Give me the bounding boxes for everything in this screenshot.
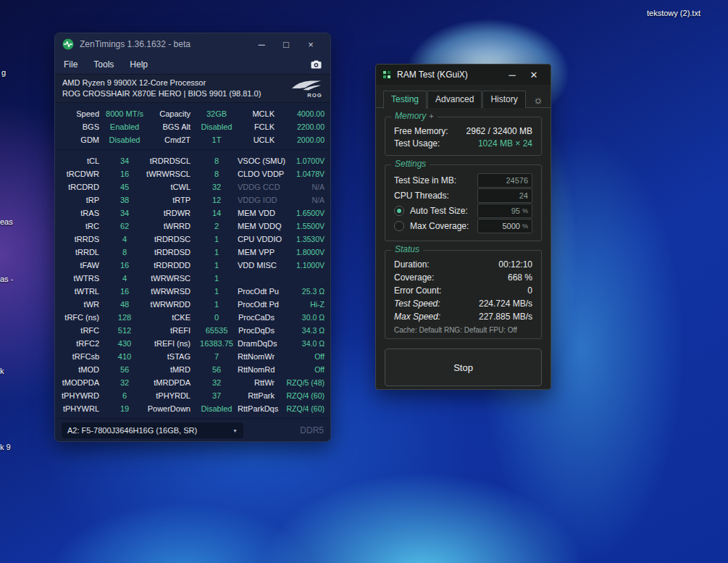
timing-value: 0	[196, 311, 238, 324]
zentimings-minimize-button[interactable]: ─	[249, 35, 274, 54]
timing-label: tMRDPDA	[145, 376, 196, 389]
timing-value: 25.3 Ω	[280, 285, 325, 298]
zentimings-titlebar[interactable]: ZenTimings 1.36.1632 - beta ─ □ ×	[55, 33, 330, 55]
info-value: 32GB	[196, 107, 238, 120]
tab-testing[interactable]: Testing	[383, 91, 427, 109]
timing-label: tRDWR	[145, 207, 196, 220]
ramtest-window-title: RAM Test (KGuiX)	[397, 70, 501, 80]
timing-value: 14	[196, 207, 238, 220]
max-coverage-label: Max Coverage:	[410, 221, 477, 231]
timing-label: tWRWRSD	[145, 285, 196, 298]
ramtest-close-button[interactable]: ✕	[523, 67, 545, 83]
duration-label: Duration:	[394, 259, 498, 270]
timing-label: tWRWRSC	[145, 272, 196, 285]
ramtest-titlebar[interactable]: RAM Test (KGuiX) ─ ✕	[376, 64, 551, 85]
test-config-footnote: Cache: Default RNG: Default FPU: Off	[394, 326, 532, 334]
zentimings-footer: A2: F5-7800J3646H16G (16GB, SR) ▼ DDR5	[55, 418, 330, 442]
timing-label: VDD MISC	[238, 259, 280, 272]
info-label: Capacity	[145, 107, 196, 120]
status-group: Status Duration: 00:12:10 Coverage: 668 …	[385, 250, 542, 339]
test-speed-label: Test Speed:	[394, 299, 479, 309]
timing-value: 7	[196, 350, 238, 363]
timing-label: tRCDRD	[61, 180, 104, 193]
timing-value: 1.5500V	[280, 220, 325, 233]
timing-value: Off	[280, 363, 325, 376]
info-value: 8000 MT/s	[104, 107, 145, 120]
timing-value: 16	[104, 285, 145, 298]
error-count-label: Error Count:	[394, 285, 527, 296]
max-speed-value: 227.885 MB/s	[479, 312, 532, 322]
timing-label: PowerDown	[145, 402, 196, 415]
test-size-input[interactable]: 24576	[477, 173, 532, 188]
zentimings-window-title: ZenTimings 1.36.1632 - beta	[80, 39, 249, 49]
max-coverage-input[interactable]: 5000%	[477, 219, 532, 233]
max-coverage-radio[interactable]	[394, 221, 404, 231]
zentimings-maximize-button[interactable]: □	[274, 35, 298, 54]
screenshot-camera-icon[interactable]	[311, 60, 322, 69]
menu-help[interactable]: Help	[130, 59, 148, 70]
auto-test-size-radio[interactable]	[394, 206, 404, 216]
timing-label: tCL	[61, 154, 104, 167]
timing-label: tRFCsb	[61, 350, 104, 363]
timing-label: tMODPDA	[61, 376, 104, 389]
auto-test-size-input[interactable]: 95%	[477, 204, 532, 218]
zentimings-close-button[interactable]: ×	[298, 35, 323, 54]
timing-value: 1	[196, 298, 238, 311]
tab-history[interactable]: History	[482, 91, 525, 108]
memory-type-label: DDR5	[243, 425, 324, 435]
timing-value: N/A	[280, 180, 325, 193]
timings-table: tCL34tRDRDSCL8VSOC (SMU)1.0700VtRCDWR16t…	[55, 149, 330, 415]
timing-label: tFAW	[61, 259, 104, 272]
memory-group: Memory+ Free Memory: 2962 / 32400 MB Tes…	[385, 117, 542, 156]
timing-label: VDDG CCD	[238, 180, 280, 193]
timing-value: 1.0700V	[280, 154, 325, 167]
info-value: Enabled	[104, 120, 145, 133]
timing-value: 4	[104, 272, 145, 285]
test-usage-value: 1024 MB × 24	[478, 138, 532, 149]
desktop-icon-label[interactable]: g	[1, 68, 6, 77]
ramtest-app-icon	[382, 70, 392, 80]
info-label: MCLK	[238, 107, 280, 120]
timing-label: tRFC	[61, 324, 104, 337]
timing-label: tWRRD	[145, 220, 196, 233]
timing-label: tRDRDSC	[145, 233, 196, 246]
timing-label: tRAS	[61, 207, 104, 220]
timing-label: ProcOdt Pd	[238, 298, 280, 311]
menu-file[interactable]: File	[64, 59, 78, 70]
menu-tools[interactable]: Tools	[93, 59, 114, 70]
info-value: Disabled	[196, 120, 238, 133]
ramtest-window: RAM Test (KGuiX) ─ ✕ Testing Advanced Hi…	[375, 64, 551, 390]
timing-value: Off	[280, 350, 325, 363]
stop-button[interactable]: Stop	[385, 349, 542, 386]
timing-label: RttParkDqs	[238, 402, 280, 415]
info-label: GDM	[61, 133, 104, 146]
timing-label: MEM VDDQ	[238, 220, 280, 233]
tab-advanced[interactable]: Advanced	[427, 91, 482, 108]
cpu-threads-label: CPU Threads:	[394, 191, 477, 201]
settings-group: Settings Test Size in MB: 24576 CPU Thre…	[385, 164, 542, 241]
settings-group-legend: Settings	[391, 159, 430, 169]
timing-label: tRDRDSCL	[145, 154, 196, 167]
desktop-icon-label[interactable]: k 9	[0, 443, 11, 451]
cpu-threads-input[interactable]: 24	[477, 188, 532, 203]
timing-value: 16	[104, 259, 145, 272]
timing-label: CPU VDDIO	[238, 233, 280, 246]
timing-label: RttNomWr	[238, 350, 280, 363]
theme-toggle-sun-icon[interactable]: ☼	[533, 94, 543, 108]
desktop-icon-label[interactable]: as -	[0, 275, 13, 283]
desktop-icon-label[interactable]: eas	[0, 217, 13, 226]
dimm-selector-dropdown[interactable]: A2: F5-7800J3646H16G (16GB, SR) ▼	[62, 422, 243, 438]
rog-logo-text: ROG	[307, 92, 322, 99]
timing-label: tRRDS	[61, 233, 104, 246]
timing-value: 1.0478V	[280, 167, 325, 180]
memory-group-legend: Memory+	[391, 111, 438, 121]
ramtest-minimize-button[interactable]: ─	[501, 67, 523, 83]
desktop-icon-label[interactable]: tekstowy (2).txt	[647, 9, 700, 17]
desktop-icon-label[interactable]: k	[0, 367, 4, 375]
motherboard-bios: ROG CROSSHAIR X870E HERO | BIOS 9901 (98…	[62, 88, 290, 99]
timing-label: ProcCaDs	[238, 311, 280, 324]
timing-value: 56	[196, 363, 238, 376]
zentimings-menubar: File Tools Help	[55, 55, 330, 74]
timing-value: 48	[104, 298, 145, 311]
timing-label: tRCDWR	[61, 167, 104, 180]
